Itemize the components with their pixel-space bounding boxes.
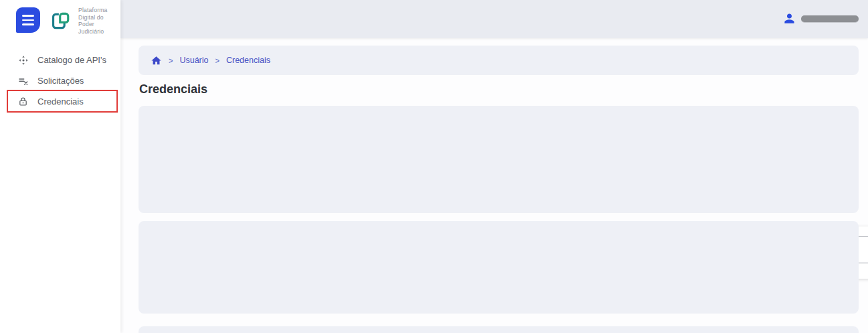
user-name-redaction-bar [801,15,859,22]
search-panel: Ambiente Buscar Limpar [139,106,859,213]
requests-icon [17,75,29,86]
sidebar-nav: Catalogo de API's Solicitações [0,50,120,112]
app-name: Plataforma Digital do Poder Judiciário [78,7,120,36]
chevron-right-icon: > [169,56,173,65]
chevron-right-icon: > [215,56,220,65]
pdpj-logo-icon [50,9,74,34]
breadcrumb-usuario[interactable]: Usuário [179,56,208,65]
sidebar-item-credenciais[interactable]: Credenciais [0,91,120,112]
sidebar-item-label: Solicitações [37,76,84,86]
top-bar [120,0,868,38]
lock-icon [17,96,29,107]
sidebar-item-label: Credenciais [37,96,84,107]
sidebar-item-catalogo-apis[interactable]: Catalogo de API's [0,50,120,70]
sidebar-item-solicitacoes[interactable]: Solicitações [0,70,120,91]
app-logo: Plataforma Digital do Poder Judiciário [50,7,120,36]
next-section-card-edge [139,326,859,333]
api-catalog-icon [17,54,29,66]
person-icon [783,12,796,25]
hamburger-menu-button[interactable] [16,7,40,33]
user-menu[interactable] [783,12,859,25]
home-icon[interactable] [151,55,162,66]
breadcrumb-credenciais[interactable]: Credenciais [226,56,270,65]
breadcrumb-card: > Usuário > Credenciais [139,46,859,75]
credenciais-page: Plataforma Digital do Poder Judiciário C… [0,0,868,333]
breadcrumb: > Usuário > Credenciais [151,55,270,66]
sidebar: Plataforma Digital do Poder Judiciário C… [0,0,120,333]
sidebar-item-label: Catalogo de API's [37,55,106,65]
page-title: Credenciais [139,82,207,96]
results-panel: API CPF/CNPJ Nome do requerente Ambiente… [139,221,859,314]
